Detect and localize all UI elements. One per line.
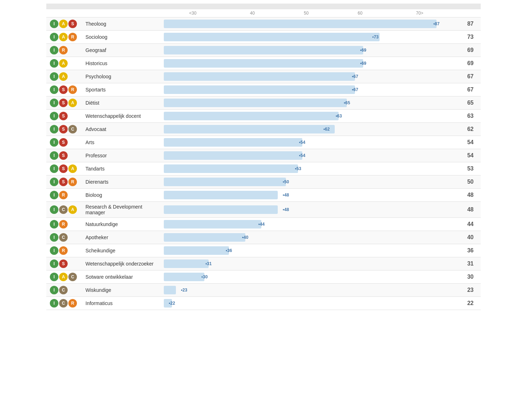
- chart-cell: •65: [160, 96, 452, 110]
- norm-score-cell: 67: [452, 70, 481, 83]
- badge-I: I: [50, 299, 58, 308]
- norm-score-cell: 30: [452, 271, 481, 284]
- badge-C: C: [59, 233, 68, 242]
- beroep-cell: Geograaf: [82, 44, 160, 57]
- chart-cell: •63: [160, 110, 452, 123]
- beroep-cell: Natuurkundige: [82, 218, 160, 231]
- score-label: •48: [283, 193, 289, 198]
- chart-bar-wrap: •22: [164, 299, 449, 308]
- chart-dots: •50: [164, 178, 449, 186]
- chart-bar-wrap: •48: [164, 205, 449, 214]
- voorkeur-cell: ISC: [46, 123, 82, 136]
- voorkeur-cell: IR: [46, 189, 82, 202]
- voorkeur-cell: ISA: [46, 96, 82, 110]
- badge-I: I: [50, 112, 58, 120]
- norm-score-cell: 36: [452, 244, 481, 257]
- voorkeur-cell: IR: [46, 44, 82, 57]
- beroep-cell: Tandarts: [82, 162, 160, 175]
- badge-A: A: [68, 164, 77, 173]
- voorkeur-cell: ISR: [46, 83, 82, 96]
- score-label-exact: •69: [360, 61, 366, 66]
- chart-cell: •69: [160, 57, 452, 70]
- badge-C: C: [59, 286, 68, 294]
- chart-dots: •54: [164, 151, 449, 160]
- chart-bar-wrap: •23: [164, 286, 449, 294]
- badge-S: S: [59, 85, 68, 94]
- chart-bar-wrap: •69: [164, 59, 449, 68]
- chart-dots: •31: [164, 259, 449, 268]
- chart-bar-wrap: •62: [164, 125, 449, 133]
- table-row: ISRDierenarts•5050: [46, 175, 481, 189]
- beroep-cell: Sotware ontwikkelaar: [82, 271, 160, 284]
- chart-cell: •54: [160, 149, 452, 162]
- score-label-exact: •67: [352, 87, 358, 92]
- chart-cell: •40: [160, 231, 452, 244]
- badge-A: A: [68, 99, 77, 107]
- table-row: IASTheoloog•8787: [46, 17, 481, 31]
- badge-R: R: [59, 246, 68, 255]
- voorkeur-cell: ISR: [46, 175, 82, 189]
- chart-cell: •30: [160, 271, 452, 284]
- chart-bar-wrap: •67: [164, 72, 449, 81]
- chart-dots: •62: [164, 125, 449, 133]
- badge-A: A: [59, 33, 68, 41]
- chart-bar-wrap: •54: [164, 151, 449, 160]
- sub-col-40: 40: [225, 9, 279, 17]
- score-label-exact: •22: [169, 301, 175, 306]
- badge-S: S: [59, 164, 68, 173]
- table-row: IRScheikundige•3636: [46, 244, 481, 257]
- table-row: ISRSportarts•6767: [46, 83, 481, 96]
- chart-cell: •23: [160, 284, 452, 297]
- chart-dot: •73: [372, 35, 379, 40]
- chart-cell: •48: [160, 189, 452, 202]
- beroep-cell: Sportarts: [82, 83, 160, 96]
- voorkeur-cell: IA: [46, 57, 82, 70]
- voorkeur-cell: IAC: [46, 271, 82, 284]
- voorkeur-cell: IC: [46, 231, 82, 244]
- badge-I: I: [50, 33, 58, 41]
- results-table: <30 40 50 60 70> IASTheoloog•8787IARSoci…: [46, 4, 481, 310]
- badge-C: C: [68, 125, 77, 133]
- badge-A: A: [59, 59, 68, 68]
- chart-bar-wrap: •69: [164, 46, 449, 54]
- header-beroep: [82, 4, 160, 9]
- badge-I: I: [50, 205, 58, 214]
- chart-dot: •62: [323, 127, 330, 132]
- table-row: ICRInformaticus•2222: [46, 297, 481, 310]
- beroep-cell: Research & Development manager: [82, 202, 160, 218]
- chart-dots: •48: [164, 205, 449, 214]
- score-label-exact: •53: [295, 166, 301, 171]
- main-container: <30 40 50 60 70> IASTheoloog•8787IARSoci…: [43, 0, 484, 314]
- badge-I: I: [50, 85, 58, 94]
- beroep-cell: Dierenarts: [82, 175, 160, 189]
- norm-score-cell: 63: [452, 110, 481, 123]
- table-row: ISWetenschappelijk docent•6363: [46, 110, 481, 123]
- norm-score-cell: 48: [452, 189, 481, 202]
- beroep-cell: Arts: [82, 136, 160, 149]
- badge-I: I: [50, 138, 58, 147]
- chart-dots: •44: [164, 220, 449, 229]
- badge-R: R: [68, 299, 77, 308]
- badge-I: I: [50, 72, 58, 81]
- badge-I: I: [50, 46, 58, 54]
- voorkeur-cell: IS: [46, 149, 82, 162]
- chart-dots: •30: [164, 273, 449, 281]
- chart-dots: •36: [164, 246, 449, 255]
- voorkeur-cell: IAR: [46, 31, 82, 44]
- score-label-exact: •31: [205, 261, 212, 266]
- chart-cell: •48: [160, 202, 452, 218]
- badge-C: C: [59, 205, 68, 214]
- chart-dots: •69: [164, 59, 449, 68]
- chart-bar-wrap: •53: [164, 164, 449, 173]
- chart-bar-wrap: •40: [164, 233, 449, 242]
- table-row: IRBioloog•4848: [46, 189, 481, 202]
- score-label-exact: •87: [433, 21, 440, 26]
- beroep-cell: Professor: [82, 149, 160, 162]
- chart-dots: •63: [164, 112, 449, 120]
- chart-cell: •54: [160, 136, 452, 149]
- badge-R: R: [68, 178, 77, 186]
- score-label: •50: [283, 179, 289, 184]
- badge-I: I: [50, 286, 58, 294]
- badge-I: I: [50, 20, 58, 28]
- norm-score-cell: 50: [452, 175, 481, 189]
